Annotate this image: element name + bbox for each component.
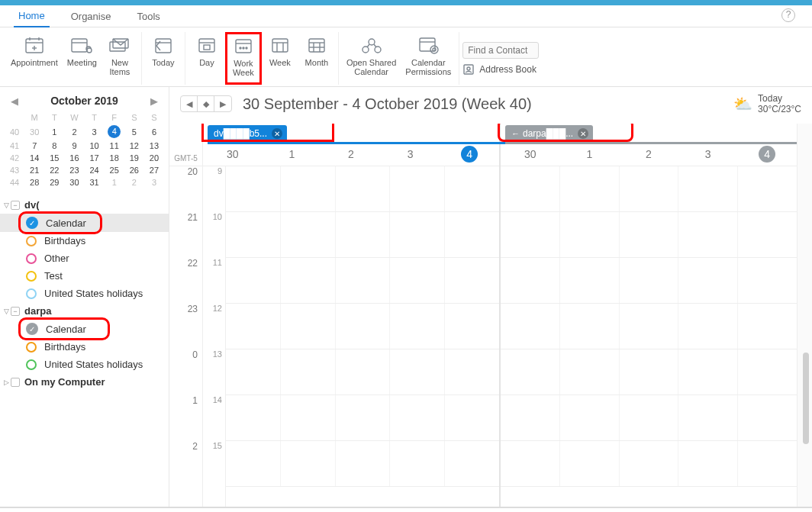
time-slot[interactable]: [501, 395, 560, 440]
time-slot[interactable]: [560, 258, 620, 303]
minical-day[interactable]: 4: [105, 124, 124, 140]
minical-day[interactable]: 7: [24, 140, 44, 152]
time-slot[interactable]: [738, 304, 797, 349]
day-view-button[interactable]: Day: [188, 32, 225, 85]
time-slot[interactable]: [336, 395, 391, 440]
appointment-button[interactable]: Appointment: [6, 32, 63, 85]
time-slot[interactable]: [560, 212, 620, 257]
time-slot[interactable]: [620, 441, 679, 486]
time-slot[interactable]: [560, 395, 620, 440]
time-slot[interactable]: [620, 349, 679, 394]
day-header[interactable]: 1: [263, 142, 322, 166]
time-slot[interactable]: [445, 349, 499, 394]
time-slot[interactable]: [560, 441, 620, 486]
minical-day[interactable]: 22: [44, 164, 64, 176]
account-header[interactable]: ▽darpa: [0, 302, 169, 320]
minical-day[interactable]: 6: [144, 124, 164, 140]
minical-day[interactable]: 2: [124, 176, 144, 188]
minical-day[interactable]: 20: [144, 152, 164, 164]
time-slot[interactable]: [390, 166, 445, 211]
minical-day[interactable]: 10: [85, 140, 105, 152]
time-slot[interactable]: [620, 212, 679, 257]
time-slot[interactable]: [560, 349, 620, 394]
time-slot[interactable]: [738, 349, 797, 394]
calendar-list-item[interactable]: ✓Calendar: [0, 214, 169, 232]
time-slot[interactable]: [738, 166, 797, 211]
day-header[interactable]: 30: [501, 142, 560, 166]
tab-tools[interactable]: Tools: [132, 8, 164, 27]
time-slot[interactable]: [445, 395, 499, 440]
time-slot[interactable]: [560, 166, 620, 211]
day-header[interactable]: 2: [321, 142, 381, 166]
time-slot[interactable]: [678, 304, 738, 349]
time-slot[interactable]: [281, 395, 336, 440]
minical-day[interactable]: 14: [24, 152, 44, 164]
minical-day[interactable]: 8: [44, 140, 64, 152]
calendar-list-item[interactable]: Birthdays: [0, 338, 169, 356]
minical-day[interactable]: 15: [44, 152, 64, 164]
time-slot[interactable]: [390, 258, 445, 303]
time-slot[interactable]: [620, 395, 679, 440]
time-slot[interactable]: [678, 395, 738, 440]
time-slot[interactable]: [678, 212, 738, 257]
time-slot[interactable]: [281, 258, 336, 303]
open-shared-calendar-button[interactable]: Open Shared Calendar: [342, 32, 401, 85]
tab-home[interactable]: Home: [14, 8, 50, 27]
time-slot[interactable]: [620, 258, 679, 303]
time-slot[interactable]: [336, 212, 391, 257]
work-week-view-button[interactable]: Work Week: [225, 32, 262, 85]
account-header[interactable]: ▽dv(: [0, 196, 169, 214]
today-button[interactable]: Today: [145, 32, 182, 85]
minical-day[interactable]: 17: [85, 152, 105, 164]
find-contact-input[interactable]: [462, 42, 539, 59]
month-view-button[interactable]: Month: [298, 32, 335, 85]
calendar-list-item[interactable]: United States holidays: [0, 356, 169, 373]
help-icon[interactable]: ?: [781, 8, 795, 22]
nav-prev-button[interactable]: ◀: [181, 96, 198, 111]
time-slot[interactable]: [620, 166, 679, 211]
calendar-permissions-button[interactable]: Calendar Permissions: [401, 32, 456, 85]
time-slot[interactable]: [501, 349, 560, 394]
time-slot[interactable]: [226, 395, 281, 440]
time-slot[interactable]: [226, 304, 281, 349]
time-slot[interactable]: [501, 166, 560, 211]
time-slot[interactable]: [678, 258, 738, 303]
time-slot[interactable]: [281, 441, 336, 486]
minical-day[interactable]: 19: [124, 152, 144, 164]
calendar-list-item[interactable]: United States holidays: [0, 285, 169, 302]
time-slot[interactable]: [738, 395, 797, 440]
minical-day[interactable]: 1: [44, 124, 64, 140]
minical-day[interactable]: 3: [144, 176, 164, 188]
minical-day[interactable]: 29: [44, 176, 64, 188]
next-month-button[interactable]: ▶: [150, 95, 158, 107]
day-header[interactable]: 4: [440, 142, 499, 166]
minical-day[interactable]: 21: [24, 164, 44, 176]
time-slot[interactable]: [501, 258, 560, 303]
meeting-button[interactable]: Meeting: [63, 32, 102, 85]
minical-day[interactable]: 18: [105, 152, 124, 164]
time-slot[interactable]: [336, 441, 391, 486]
address-book-button[interactable]: Address Book: [462, 63, 539, 76]
time-slot[interactable]: [560, 304, 620, 349]
minical-day[interactable]: 16: [64, 152, 84, 164]
minical-day[interactable]: 9: [64, 140, 84, 152]
week-view-button[interactable]: Week: [262, 32, 298, 85]
time-slot[interactable]: [390, 349, 445, 394]
time-slot[interactable]: [678, 166, 738, 211]
minical-day[interactable]: 25: [105, 164, 124, 176]
time-slot[interactable]: [390, 395, 445, 440]
minical-day[interactable]: 31: [85, 176, 105, 188]
minical-day[interactable]: 1: [105, 176, 124, 188]
scrollbar-thumb[interactable]: [803, 353, 809, 444]
time-slot[interactable]: [281, 304, 336, 349]
nav-today-button[interactable]: ◆: [198, 96, 214, 111]
time-slot[interactable]: [226, 166, 281, 211]
minical-day[interactable]: 12: [124, 140, 144, 152]
minical-day[interactable]: 13: [144, 140, 164, 152]
time-slot[interactable]: [390, 304, 445, 349]
minical-day[interactable]: 11: [105, 140, 124, 152]
panel-tab-right[interactable]: ← darpa███... ✕: [505, 125, 593, 142]
minical-day[interactable]: 30: [64, 176, 84, 188]
day-header[interactable]: 30: [203, 142, 263, 166]
time-slot[interactable]: [226, 349, 281, 394]
